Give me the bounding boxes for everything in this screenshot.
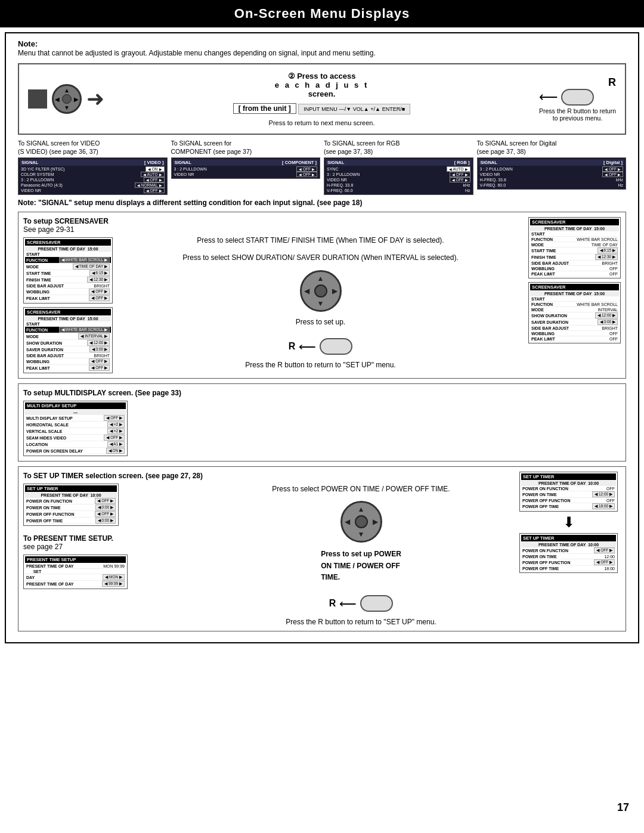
unit-enter-label: ENTER/■ bbox=[382, 106, 405, 112]
ss-screen4-header: SCREENSAVER bbox=[530, 284, 619, 290]
ss-s1-row-peak: PEAK LIMIT◀ OFF ▶ bbox=[25, 295, 111, 302]
timer-label: To SET UP TIMER selection screen. (see p… bbox=[23, 472, 203, 480]
timer-screen1-time: PRESENT TIME OF DAY 10:00 bbox=[25, 493, 117, 498]
timer-s3-row-3: POWER OFF FUNCTION◀ OFF ▶ bbox=[521, 559, 616, 566]
timer-s3-row-4: POWER OFF TIME18:00 bbox=[521, 566, 616, 571]
ss-s4-row-saver: SAVER DURATION◀ 3:00 ▶ bbox=[530, 319, 619, 326]
screensaver-inner: To setup SCREENSAVER See page 29-31 SCRE… bbox=[23, 217, 621, 373]
r-button-row: ⟵ bbox=[539, 89, 616, 106]
dpad-down-icon[interactable]: ▼ bbox=[317, 299, 324, 308]
ss-screen1-time: PRESENT TIME OF DAY 15:00 bbox=[25, 246, 111, 252]
screen-label: screen. bbox=[110, 89, 533, 98]
screensaver-setup-label: To setup SCREENSAVER See page 29-31 bbox=[23, 217, 113, 234]
ss-r-oval-button[interactable] bbox=[320, 338, 352, 355]
signal-row-2: COLOR SYSTEM ◀AUTO▶ bbox=[20, 172, 166, 177]
present-row-1: PRESENT TIME OF DAYMON 99:99 bbox=[25, 563, 126, 569]
signal-component-label: To SIGNAL screen forCOMPONENT (see page … bbox=[171, 140, 321, 156]
timer-section: To SET UP TIMER selection screen. (see p… bbox=[18, 466, 626, 631]
timer-dpad[interactable]: ▲ ▼ ◀ ▶ bbox=[340, 501, 382, 543]
ss-s4-row-peak: PEAK LIMITOFF bbox=[530, 336, 619, 342]
timer-dpad-down-icon[interactable]: ▼ bbox=[358, 530, 365, 538]
ss-s3-row-wobbling: WOBBLINGOFF bbox=[530, 266, 619, 271]
from-unit-area: [ from the unit ] INPUT MENU —/▼ VOL▲ +/… bbox=[110, 103, 533, 116]
present-row-time: PRESENT TIME OF DAY◀ 99:99 ▶ bbox=[25, 581, 126, 587]
signal-comp-hdr-right: [ COMPONENT ] bbox=[282, 160, 317, 165]
unit-remote: INPUT MENU —/▼ VOL▲ +/▲ ENTER/■ bbox=[298, 104, 410, 114]
screensaver-section: To setup SCREENSAVER See page 29-31 SCRE… bbox=[18, 212, 626, 379]
signal-col-video: To SIGNAL screen for VIDEO(S VIDEO) (see… bbox=[18, 140, 168, 195]
diagram-left: ▲ ▼ ◀ ▶ ➜ bbox=[28, 84, 104, 114]
timer-dpad-left-icon[interactable]: ◀ bbox=[345, 518, 350, 526]
timer-s2-row-2: POWER ON TIME◀ 12:00 ▶ bbox=[521, 491, 616, 498]
ss-s1-row-sidebar: SIDE BAR ADJUSTBRIGHT bbox=[25, 283, 111, 289]
timer-arrow-left-icon: ⟵ bbox=[339, 596, 357, 611]
step2-label: ② Press to access bbox=[110, 72, 533, 80]
ss-s1-row-finish: FINISH TIME◀ 12:30 ▶ bbox=[25, 277, 111, 283]
ss-s4-row-mode: MODEINTERVAL bbox=[530, 307, 619, 312]
ss-s2-row-mode: MODE◀ INTERVAL ▶ bbox=[25, 333, 111, 340]
ss-s2-row-wobbling: WOBBLING◀ OFF ▶ bbox=[25, 358, 111, 365]
signal-rgb-row-4: H-FREQ. 33.8 kHz bbox=[326, 182, 472, 188]
timer-inner: To SET UP TIMER selection screen. (see p… bbox=[23, 472, 621, 626]
timer-r-desc: Press the R button to return to "SET UP"… bbox=[286, 618, 436, 626]
page-wrapper: On-Screen Menu Displays Note: Menu that … bbox=[0, 0, 644, 823]
timer-screen3: SET UP TIMER PRESENT TIME OF DAY 10:00 P… bbox=[519, 533, 618, 573]
ss-s2-row-peak: PEAK LIMIT◀ OFF ▶ bbox=[25, 365, 111, 371]
ss-right: SCREENSAVER PRESENT TIME OF DAY 15:00 ST… bbox=[528, 217, 621, 373]
timer-desc-select: Press to select POWER ON TIME / POWER OF… bbox=[272, 484, 450, 495]
multi-row-5: LOCATION◀ A1 ▶ bbox=[25, 441, 126, 448]
ss-left: To setup SCREENSAVER See page 29-31 SCRE… bbox=[23, 217, 113, 373]
timer-center: Press to select POWER ON TIME / POWER OF… bbox=[209, 472, 513, 626]
signal-rgb-row-3: VIDEO NR ◀OFF▶ bbox=[326, 177, 472, 182]
signal-rgb-hdr-left: SIGNAL bbox=[327, 160, 344, 165]
timer-screen1-header: SET UP TIMER bbox=[25, 485, 117, 492]
dpad-left-icon[interactable]: ◀ bbox=[304, 287, 309, 295]
present-screen-header: PRESENT TIME SETUP bbox=[25, 556, 126, 563]
timer-screen2-time: PRESENT TIME OF DAY 10:00 bbox=[521, 481, 616, 486]
multi-row-1: MULTI DISPLAY SETUP◀ OFF ▶ bbox=[25, 415, 126, 422]
dpad-up-icon[interactable]: ▲ bbox=[317, 274, 324, 283]
signal-video-hdr-right: [ VIDEO ] bbox=[144, 160, 164, 165]
timer-s1-row-4: POWER OFF TIME◀ 0:00 ▶ bbox=[25, 518, 117, 524]
signal-row-1: 3D Y/C FILTER (NTSC) ◀ON▶ bbox=[20, 166, 166, 172]
signal-col-component: To SIGNAL screen forCOMPONENT (see page … bbox=[171, 140, 321, 179]
press-return-label: Press to return to next menu screen. bbox=[110, 119, 533, 126]
signal-rgb-row-2: 3 : 2 PULLDOWN ◀OFF▶ bbox=[326, 172, 472, 177]
arrow-right-big-icon: ➜ bbox=[86, 86, 104, 112]
timer-dpad-right-icon[interactable]: ▶ bbox=[373, 518, 378, 526]
ss-s2-row-sidebar: SIDE BAR ADJUSTBRIGHT bbox=[25, 353, 111, 358]
timer-s2-row-4: POWER OFF TIME◀ 18:00 ▶ bbox=[521, 503, 616, 510]
signal-digital-label: To SIGNAL screen for Digital(see page 37… bbox=[477, 140, 627, 156]
timer-dpad-up-icon[interactable]: ▲ bbox=[358, 505, 365, 513]
ss-s3-row-mode: MODETIME OF DAY bbox=[530, 242, 619, 247]
signal-comp-row-2: VIDEO NR ◀OFF▶ bbox=[173, 172, 319, 177]
arrow-left-icon: ⟵ bbox=[539, 89, 558, 105]
ss-s4-row-func: FUNCTIONWHITE BAR SCROLL bbox=[530, 302, 619, 307]
dpad-right-icon[interactable]: ▶ bbox=[332, 287, 338, 295]
timer-s1-row-1: POWER ON FUNCTION◀ OFF ▶ bbox=[25, 498, 117, 504]
ss-dpad[interactable]: ▲ ▼ ◀ ▶ bbox=[300, 270, 342, 312]
timer-dpad-center-btn[interactable] bbox=[355, 515, 368, 528]
multi-row-3: VERTICAL SCALE◀ ×2 ▶ bbox=[25, 428, 126, 435]
ss-s4-row-show: SHOW DURATION◀ 12:00 ▶ bbox=[530, 312, 619, 319]
ss-screen4-time: PRESENT TIME OF DAY 15:00 bbox=[530, 291, 619, 296]
ss-s4-row-sidebar: SIDE BAR ADJUSTBRIGHT bbox=[530, 326, 619, 331]
signal-rgb-hdr-right: [ RGB ] bbox=[454, 160, 470, 165]
dpad-center-btn[interactable] bbox=[314, 284, 327, 298]
ss-s1-row-start-time: START TIME◀ 6:15 ▶ bbox=[25, 270, 111, 277]
multi-label: To setup MULTIDISPLAY screen. (See page … bbox=[23, 389, 181, 397]
page-number: 17 bbox=[617, 801, 629, 814]
signal-col-rgb: To SIGNAL screen for RGB(see page 37, 38… bbox=[324, 140, 473, 195]
ss-r-button-area: R ⟵ bbox=[289, 338, 353, 355]
timer-screen2-header: SET UP TIMER bbox=[521, 473, 616, 480]
timer-screen1: SET UP TIMER PRESENT TIME OF DAY 10:00 P… bbox=[23, 484, 119, 526]
timer-s1-row-3: POWER OFF FUNCTION◀ OFF ▶ bbox=[25, 511, 117, 518]
timer-r-oval-button[interactable] bbox=[360, 595, 393, 612]
r-oval-button[interactable] bbox=[561, 89, 594, 106]
timer-desc-set: Press to set up POWERON TIME / POWER OFF… bbox=[321, 549, 401, 583]
ss-s3-row-start: START bbox=[530, 231, 619, 237]
signal-digital-hdr-left: SIGNAL bbox=[481, 160, 497, 165]
signal-video-hdr-left: SIGNAL bbox=[21, 160, 38, 165]
signal-digital-row-3: H-FREQ. 33.8 kHz bbox=[479, 177, 625, 182]
signal-row-5: VIDEO NR ◀OFF▶ bbox=[20, 188, 166, 193]
